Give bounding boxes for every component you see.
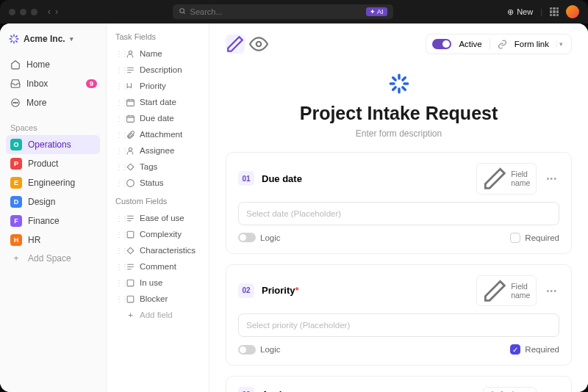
search-field[interactable] — [190, 7, 362, 16]
field-chip[interactable]: Field name — [476, 275, 537, 307]
drag-handle-icon[interactable]: ⋮⋮ — [115, 263, 121, 271]
form-description[interactable]: Enter form description — [226, 128, 572, 139]
drag-handle-icon[interactable]: ⋮⋮ — [115, 214, 121, 222]
space-item-engineering[interactable]: EEngineering — [6, 173, 100, 192]
link-icon — [498, 40, 507, 49]
drag-handle-icon[interactable]: ⋮⋮ — [115, 179, 121, 187]
space-item-operations[interactable]: OOperations — [6, 135, 100, 154]
field-item-start-date[interactable]: ⋮⋮Start date — [111, 94, 204, 110]
form-field-card[interactable]: 01 Due date Field name ••• Select date (… — [226, 152, 572, 254]
card-field-label[interactable]: Due date — [262, 173, 469, 184]
space-color-icon: D — [10, 196, 22, 208]
max-dot[interactable] — [31, 9, 37, 15]
svg-rect-6 — [127, 99, 135, 106]
field-type-icon — [126, 278, 135, 288]
card-more-button[interactable]: ••• — [544, 174, 559, 183]
field-chip[interactable]: Field name — [476, 163, 537, 195]
field-label: Ease of use — [140, 214, 184, 222]
workspace-switcher[interactable]: Acme Inc. ▾ — [6, 31, 100, 47]
space-item-design[interactable]: DDesign — [6, 192, 100, 211]
drag-handle-icon[interactable]: ⋮⋮ — [115, 279, 121, 287]
space-item-finance[interactable]: FFinance — [6, 211, 100, 231]
field-type-icon — [126, 230, 135, 239]
field-item-tags[interactable]: ⋮⋮Tags — [111, 159, 204, 175]
field-label: Tags — [140, 162, 157, 171]
preview-mode-button[interactable] — [249, 35, 268, 54]
drag-handle-icon[interactable]: ⋮⋮ — [115, 131, 121, 139]
drag-handle-icon[interactable]: ⋮⋮ — [115, 50, 121, 58]
field-item-description[interactable]: ⋮⋮Description — [111, 62, 204, 78]
form-link-caret[interactable]: ▾ — [556, 40, 565, 48]
svg-point-5 — [129, 51, 132, 54]
space-color-icon: P — [10, 158, 22, 170]
active-toggle[interactable] — [432, 39, 451, 49]
field-type-icon — [126, 114, 135, 123]
logic-toggle[interactable] — [238, 345, 256, 355]
field-chip[interactable]: Assignee — [483, 387, 537, 392]
forward-icon[interactable]: › — [55, 7, 58, 17]
nav-arrows: ‹ › — [48, 7, 58, 17]
field-type-icon — [126, 81, 135, 91]
avatar[interactable] — [566, 5, 579, 18]
card-field-label[interactable]: Assignee — [262, 389, 476, 392]
drag-handle-icon[interactable]: ⋮⋮ — [115, 82, 121, 90]
drag-handle-icon[interactable]: ⋮⋮ — [115, 66, 121, 74]
drag-handle-icon[interactable]: ⋮⋮ — [115, 231, 121, 239]
field-input-placeholder[interactable]: Select date (Placeholder) — [238, 202, 559, 225]
drag-handle-icon[interactable]: ⋮⋮ — [115, 247, 121, 255]
field-label: Comment — [140, 262, 176, 271]
nav-inbox[interactable]: Inbox 9 — [6, 75, 100, 92]
field-item-comment[interactable]: ⋮⋮Comment — [111, 258, 204, 275]
required-checkbox[interactable] — [510, 344, 520, 355]
field-item-priority[interactable]: ⋮⋮Priority — [111, 78, 204, 94]
field-item-status[interactable]: ⋮⋮Status — [111, 175, 204, 191]
field-item-in-use[interactable]: ⋮⋮In use — [111, 275, 204, 291]
form-link-button[interactable]: Form link — [514, 40, 549, 48]
field-item-characteristics[interactable]: ⋮⋮Characteristics — [111, 242, 204, 258]
field-type-icon — [126, 98, 135, 107]
drag-handle-icon[interactable]: ⋮⋮ — [115, 163, 121, 171]
ai-chip[interactable]: ✦ AI — [366, 7, 387, 16]
chevron-down-icon: ▾ — [70, 35, 74, 43]
field-type-icon — [126, 294, 135, 304]
svg-point-13 — [257, 42, 262, 47]
field-item-assignee[interactable]: ⋮⋮Assignee — [111, 142, 204, 159]
space-color-icon: F — [10, 215, 22, 227]
logic-toggle[interactable] — [238, 233, 256, 242]
add-space-button[interactable]: + Add Space — [6, 250, 100, 267]
min-dot[interactable] — [20, 9, 26, 15]
new-button[interactable]: ⊕ New — [507, 7, 533, 17]
field-item-complexity[interactable]: ⋮⋮Complexity — [111, 226, 204, 242]
field-item-due-date[interactable]: ⋮⋮Due date — [111, 110, 204, 126]
field-item-attachment[interactable]: ⋮⋮Attachment — [111, 126, 204, 142]
required-checkbox[interactable] — [510, 233, 520, 243]
nav-more[interactable]: More — [6, 94, 100, 112]
drag-handle-icon[interactable]: ⋮⋮ — [115, 98, 121, 106]
form-field-card[interactable]: 03 Assignee Assignee ••• — [226, 376, 572, 392]
canvas-toolbar: Active Form link ▾ — [226, 34, 572, 54]
space-item-product[interactable]: PProduct — [6, 154, 100, 173]
space-item-hr[interactable]: HHR — [6, 231, 100, 250]
form-field-card[interactable]: 02 Priority* Field name ••• Select prior… — [226, 264, 572, 366]
back-icon[interactable]: ‹ — [48, 7, 51, 17]
edit-mode-button[interactable] — [226, 35, 245, 54]
drag-handle-icon[interactable]: ⋮⋮ — [115, 115, 121, 123]
form-title[interactable]: Project Intake Request — [226, 103, 572, 124]
card-more-button[interactable]: ••• — [544, 286, 559, 295]
nav-home[interactable]: Home — [6, 56, 100, 73]
drag-handle-icon[interactable]: ⋮⋮ — [115, 295, 121, 303]
drag-handle-icon[interactable]: ⋮⋮ — [115, 147, 121, 155]
add-field-button[interactable]: + Add field — [111, 307, 204, 323]
field-item-blocker[interactable]: ⋮⋮Blocker — [111, 291, 204, 307]
field-input-placeholder[interactable]: Select priority (Placeholder) — [238, 313, 559, 337]
close-dot[interactable] — [9, 9, 15, 15]
field-type-icon — [126, 130, 135, 139]
field-item-ease-of-use[interactable]: ⋮⋮Ease of use — [111, 210, 204, 226]
apps-icon[interactable] — [550, 7, 559, 16]
card-field-label[interactable]: Priority* — [262, 285, 469, 296]
active-label[interactable]: Active — [459, 40, 481, 48]
search-input[interactable]: ✦ AI — [173, 4, 393, 19]
svg-rect-10 — [127, 231, 134, 238]
field-item-name[interactable]: ⋮⋮Name — [111, 46, 204, 62]
svg-point-9 — [127, 179, 135, 186]
